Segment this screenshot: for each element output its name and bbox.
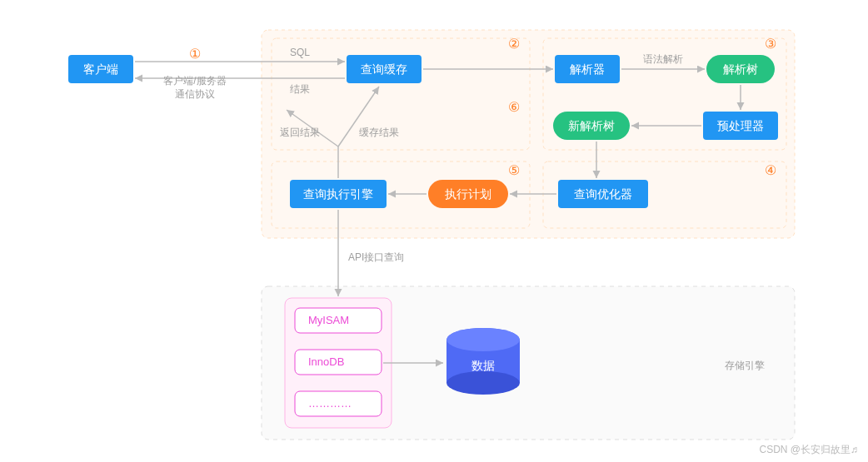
architecture-diagram: ydlclass.com ② ⑥ ③ ④ ⑤ 存储引擎 客户端 ① 查询缓存 解… [0,0,868,462]
data-label: 数据 [471,359,495,372]
storage-engine-label: 存储引擎 [725,360,765,371]
step6-marker: ⑥ [508,100,520,114]
svg-point-2 [446,371,520,395]
parser-label: 解析器 [570,62,605,76]
step5-marker: ⑤ [508,163,520,177]
edge-cs-label2: 通信协议 [175,88,215,100]
edge-cacheres-label: 缓存结果 [359,127,399,138]
step4-marker: ④ [765,163,776,177]
preprocessor-label: 预处理器 [717,119,764,132]
engine-innodb-label: InnoDB [308,355,344,368]
edge-result-label: 结果 [290,83,310,95]
edge-syntax-label: 语法解析 [643,53,683,65]
data-cylinder: 数据 [446,328,520,395]
edge-return-label: 返回结果 [280,127,320,138]
query-exec-engine-label: 查询执行引擎 [303,187,373,201]
edge-cs-label1: 客户端/服务器 [163,75,226,87]
svg-point-3 [446,328,520,351]
footer-credit: CSDN @长安归故里♬ [759,443,858,457]
step3-marker: ③ [765,37,776,51]
step1-marker: ① [189,47,201,61]
engine-more-label: ………… [308,397,352,410]
query-cache-label: 查询缓存 [361,62,407,76]
query-optimizer-label: 查询优化器 [574,187,632,201]
edge-api-label: API接口查询 [348,251,404,263]
edge-sql-label: SQL [290,47,310,58]
client-node-label: 客户端 [83,62,118,76]
execution-plan-label: 执行计划 [445,187,491,201]
parse-tree-label: 解析树 [723,62,758,76]
step2-marker: ② [508,37,520,51]
engine-myisam-label: MyISAM [308,314,349,326]
new-parse-tree-label: 新解析树 [568,119,615,132]
